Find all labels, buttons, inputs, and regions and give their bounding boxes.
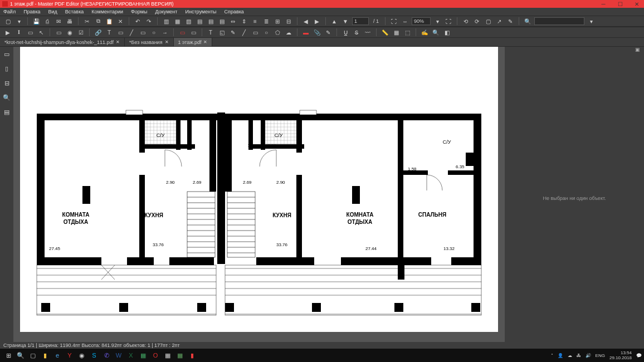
next-page-icon[interactable]: ▶ <box>313 17 321 26</box>
zoom-input[interactable] <box>412 17 431 25</box>
close-icon[interactable]: ✕ <box>116 40 120 45</box>
shape-cloud-icon[interactable]: ☁ <box>284 28 293 37</box>
undo-icon[interactable]: ↶ <box>133 17 142 26</box>
last-page-icon[interactable]: ▼ <box>341 17 350 26</box>
layers-icon[interactable]: ▤ <box>3 108 11 116</box>
distribute-h-icon[interactable]: ⇔ <box>228 17 237 26</box>
cut-icon[interactable]: ✂ <box>82 17 91 26</box>
tray-notifications-icon[interactable]: 💬 <box>636 353 642 358</box>
app-icon[interactable]: ▦ <box>137 350 149 361</box>
first-page-icon[interactable]: ▲ <box>330 17 339 26</box>
thumbnails-icon[interactable]: ▭ <box>3 50 11 58</box>
copy-icon[interactable]: ⧉ <box>94 17 103 26</box>
tray-up-icon[interactable]: ˄ <box>551 353 553 358</box>
taskview-icon[interactable]: ▢ <box>27 350 39 361</box>
menu-tools[interactable]: Инструменты <box>185 9 216 14</box>
tool-icon[interactable]: ↗ <box>495 17 504 26</box>
menu-help[interactable]: Справка <box>225 9 244 14</box>
shape-oval-icon[interactable]: ○ <box>262 28 271 37</box>
note-icon[interactable]: ▭ <box>178 28 187 37</box>
word-icon[interactable]: W <box>113 350 125 361</box>
menu-document[interactable]: Документ <box>155 9 178 14</box>
start-icon[interactable]: ⊞ <box>2 350 14 361</box>
form-text-icon[interactable]: ▭ <box>54 28 63 37</box>
zoom-fit-icon[interactable]: ⛶ <box>389 17 398 26</box>
close-button[interactable]: ✕ <box>632 1 642 7</box>
yandex-icon[interactable]: Y <box>64 350 76 361</box>
rotate-right-icon[interactable]: ⟳ <box>472 17 481 26</box>
attach-icon[interactable]: 📎 <box>313 28 321 37</box>
tab-doc2[interactable]: *Без названия ✕ <box>125 38 173 46</box>
sign-icon[interactable]: ✍ <box>420 28 429 37</box>
area-icon[interactable]: ▦ <box>392 28 401 37</box>
crop-icon[interactable]: ▢ <box>484 17 492 26</box>
search-icon[interactable]: 🔍 <box>523 17 532 26</box>
menu-forms[interactable]: Формы <box>131 9 148 14</box>
edge-icon[interactable]: e <box>51 350 64 361</box>
maximize-button[interactable]: ☐ <box>615 1 625 7</box>
page-input[interactable] <box>352 17 369 25</box>
form-check-icon[interactable]: ☑ <box>76 28 85 37</box>
search-taskbar-icon[interactable]: 🔍 <box>14 350 27 361</box>
calc-icon[interactable]: ▦ <box>162 350 174 361</box>
text-icon[interactable]: T <box>105 28 114 37</box>
shape-poly-icon[interactable]: ⬠ <box>273 28 282 37</box>
shape-rect-icon[interactable]: ▭ <box>251 28 260 37</box>
arrow-icon[interactable]: → <box>160 28 169 37</box>
distribute-v-icon[interactable]: ⇕ <box>240 17 248 26</box>
minimize-button[interactable]: ─ <box>598 1 608 7</box>
tab-doc3[interactable]: 1 этаж.pdf ✕ <box>174 38 213 46</box>
select-object-icon[interactable]: ▭ <box>26 28 35 37</box>
perimeter-icon[interactable]: ⬚ <box>403 28 412 37</box>
tray-network-icon[interactable]: 🖧 <box>577 353 581 358</box>
measure-icon[interactable]: 📏 <box>380 28 389 37</box>
rotate-left-icon[interactable]: ⟲ <box>461 17 470 26</box>
same-height-icon[interactable]: ≣ <box>262 17 271 26</box>
search2-icon[interactable]: 🔍 <box>431 28 440 37</box>
bookmark-icon[interactable]: ◧ <box>442 28 451 37</box>
masterpdf-icon[interactable]: ▮ <box>186 350 198 361</box>
shape-line-icon[interactable]: ╱ <box>240 28 248 37</box>
fullscreen-icon[interactable]: ⛶ <box>444 17 453 26</box>
print-icon[interactable]: 🖶 <box>65 17 74 26</box>
close-icon[interactable]: ✕ <box>203 40 207 45</box>
snap-icon[interactable]: ⊟ <box>284 17 293 26</box>
viber-icon[interactable]: ✆ <box>100 350 113 361</box>
stamp-icon[interactable]: ▭ <box>189 28 198 37</box>
strikeout-icon[interactable]: S̶ <box>352 28 361 37</box>
search-dropdown-icon[interactable]: ▾ <box>587 17 596 26</box>
line-icon[interactable]: ╱ <box>127 28 136 37</box>
menu-view[interactable]: Вид <box>48 9 57 14</box>
chrome-icon[interactable]: ◉ <box>76 350 88 361</box>
hand-icon[interactable]: ▶ <box>3 28 12 37</box>
redo-icon[interactable]: ↷ <box>144 17 153 26</box>
rect-icon[interactable]: ▭ <box>138 28 147 37</box>
link-icon[interactable]: 🔗 <box>94 28 103 37</box>
menu-comments[interactable]: Комментарии <box>91 9 123 14</box>
save-icon[interactable]: 💾 <box>32 17 41 26</box>
tray-people-icon[interactable]: 👤 <box>558 353 563 358</box>
explorer-icon[interactable]: ▮ <box>39 350 51 361</box>
align-left-icon[interactable]: ▥ <box>162 17 170 26</box>
paste-icon[interactable]: 📋 <box>105 17 114 26</box>
tray-lang[interactable]: ENG <box>596 353 605 358</box>
menu-file[interactable]: Файл <box>3 9 16 14</box>
align-center-icon[interactable]: ▦ <box>173 17 182 26</box>
circle-icon[interactable]: ○ <box>149 28 158 37</box>
grid-icon[interactable]: ⊞ <box>273 17 282 26</box>
canvas-viewport[interactable]: КОМНАТА ОТДЫХА 27.45 КУХНЯ 33.76 2.90 2.… <box>13 47 505 342</box>
new-icon[interactable]: ▢ <box>3 17 12 26</box>
tray-cloud-icon[interactable]: ☁ <box>568 353 572 358</box>
pin-icon[interactable]: ▣ <box>635 47 642 53</box>
tab-doc1[interactable]: *krot-net-luchshij-shampun-dlya-koshek-_… <box>0 38 125 46</box>
highlight-icon[interactable]: ▬ <box>301 28 310 37</box>
email-icon[interactable]: ✉ <box>54 17 63 26</box>
select-text-icon[interactable]: 𝐈 <box>14 28 23 37</box>
bookmarks-icon[interactable]: ▯ <box>3 65 11 72</box>
image-icon[interactable]: ▭ <box>116 28 125 37</box>
excel-icon[interactable]: X <box>125 350 137 361</box>
edit-text-icon[interactable]: ↖ <box>37 28 46 37</box>
callout-icon[interactable]: ◱ <box>217 28 226 37</box>
saveas-icon[interactable]: ⎙ <box>43 17 52 26</box>
underline-icon[interactable]: U̲ <box>341 28 350 37</box>
